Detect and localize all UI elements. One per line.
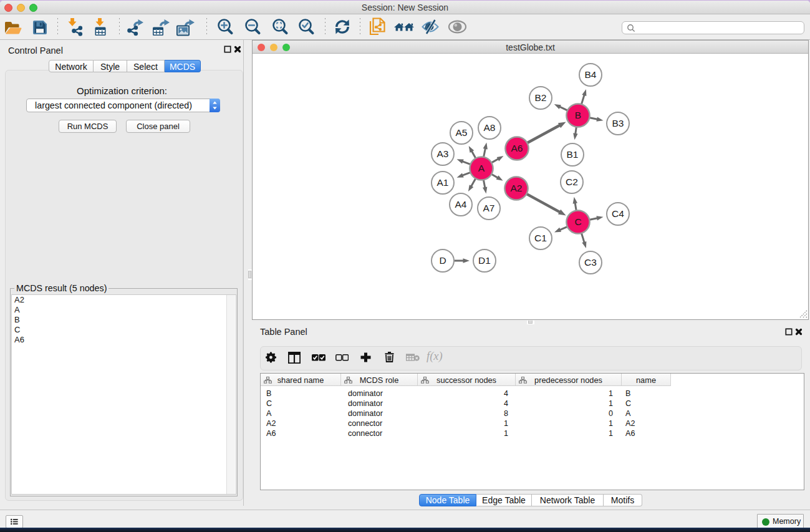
svg-text:A4: A4 — [455, 199, 467, 210]
svg-text:C2: C2 — [566, 177, 578, 187]
svg-text:D: D — [439, 255, 446, 266]
svg-text:A3: A3 — [437, 148, 449, 159]
svg-text:A2: A2 — [511, 183, 523, 193]
svg-text:A6: A6 — [511, 143, 523, 153]
svg-text:B3: B3 — [612, 118, 624, 128]
svg-text:B: B — [575, 110, 581, 120]
svg-text:C: C — [574, 216, 581, 227]
svg-text:C3: C3 — [584, 257, 597, 268]
svg-text:A8: A8 — [484, 122, 496, 133]
svg-text:B4: B4 — [585, 69, 597, 80]
svg-text:D1: D1 — [478, 255, 491, 266]
svg-text:A7: A7 — [483, 203, 495, 213]
svg-text:C4: C4 — [612, 208, 624, 219]
svg-text:C1: C1 — [534, 233, 547, 243]
svg-text:B2: B2 — [535, 92, 547, 103]
svg-text:A1: A1 — [437, 177, 449, 188]
svg-text:B1: B1 — [567, 149, 579, 160]
svg-text:A: A — [478, 163, 485, 173]
svg-text:A5: A5 — [456, 127, 468, 138]
